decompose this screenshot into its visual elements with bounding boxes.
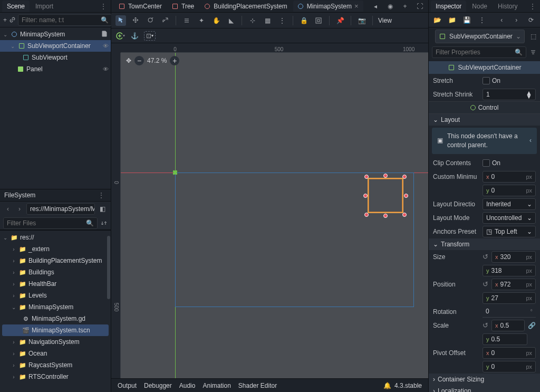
- resize-handle[interactable]: [404, 194, 408, 198]
- zoom-out-icon[interactable]: −: [134, 56, 144, 65]
- list-select-icon[interactable]: [181, 15, 192, 26]
- resize-handle[interactable]: [402, 213, 407, 217]
- anchor-icon[interactable]: ⚓: [129, 31, 140, 41]
- visibility-icon[interactable]: 👁: [103, 66, 109, 72]
- resize-handle[interactable]: [402, 175, 407, 179]
- number-input[interactable]: °: [483, 306, 536, 318]
- fs-row[interactable]: ›📁Buildings: [0, 266, 111, 278]
- number-input-y[interactable]: ypx: [483, 185, 536, 196]
- fs-row[interactable]: ⚙MinimapSystem.gd: [0, 313, 111, 324]
- section-container-sizing[interactable]: ›Container Sizing: [429, 374, 540, 385]
- inspector-menu-icon[interactable]: ⋮: [527, 3, 538, 10]
- history-back-icon[interactable]: ‹: [497, 15, 506, 25]
- resize-handle[interactable]: [383, 214, 388, 218]
- view-menu[interactable]: View: [378, 17, 392, 24]
- selected-node-rect[interactable]: [368, 178, 403, 213]
- fs-path-input[interactable]: res://MinimapSystem/Mini: [26, 203, 95, 215]
- spinner-icon[interactable]: ▲▼: [526, 91, 532, 98]
- extra-options-icon[interactable]: ⋮: [477, 15, 487, 25]
- dropdown[interactable]: ◳Top Left⌄: [483, 226, 536, 237]
- select-tool-icon[interactable]: [115, 15, 126, 26]
- section-localization[interactable]: ›Localization: [429, 385, 540, 392]
- number-input-x[interactable]: xpx: [483, 347, 536, 359]
- add-node-canvas-icon[interactable]: ▾: [115, 31, 125, 41]
- checkbox[interactable]: [483, 159, 490, 167]
- dropdown[interactable]: Uncontrolled⌄: [483, 212, 536, 224]
- expand-icon[interactable]: ⌄: [9, 43, 16, 49]
- fs-filter[interactable]: 🔍: [3, 217, 98, 229]
- expand-icon[interactable]: ⌄: [2, 32, 8, 37]
- group-icon[interactable]: [313, 15, 324, 26]
- fs-menu-icon[interactable]: ⋮: [96, 192, 107, 199]
- tab-scene[interactable]: Scene: [2, 1, 30, 12]
- snap-options-icon[interactable]: ⋮: [277, 15, 287, 26]
- fs-split-icon[interactable]: ◧: [97, 204, 108, 214]
- tab-import[interactable]: Import: [31, 1, 58, 12]
- bottom-tab[interactable]: Audio: [179, 382, 196, 389]
- bottom-tab[interactable]: Shader Editor: [238, 382, 277, 389]
- number-input-y[interactable]: ypx: [483, 265, 536, 276]
- ruler-tool-icon[interactable]: ◣: [226, 15, 236, 26]
- tab-inspector[interactable]: Inspector: [431, 1, 466, 12]
- canvas[interactable]: 0 500 1000 0 500 ✥ − 47.2 % +: [111, 43, 428, 378]
- fs-filter-input[interactable]: [7, 219, 86, 227]
- number-input-y[interactable]: ypx: [483, 292, 536, 304]
- center-view-icon[interactable]: ✥: [126, 57, 131, 64]
- reset-icon[interactable]: ↺: [483, 280, 488, 288]
- scene-filter-input[interactable]: [22, 16, 101, 24]
- design-surface[interactable]: [121, 53, 428, 378]
- version-label[interactable]: 🔔4.3.stable: [383, 382, 422, 389]
- chevron-icon[interactable]: ‹: [529, 136, 532, 145]
- scene-root-row[interactable]: ⌄ MinimapSystem: [0, 28, 111, 40]
- scene-filter[interactable]: 🔍: [18, 14, 112, 26]
- resize-handle[interactable]: [364, 213, 369, 217]
- link-node-icon[interactable]: [9, 15, 16, 25]
- fs-row[interactable]: ›📁BuildingPlacementSystem: [0, 255, 111, 266]
- inspector-node-select[interactable]: SubViewportContainer ⌄: [435, 30, 525, 43]
- scene-tab[interactable]: Tree: [168, 1, 199, 12]
- resize-handle[interactable]: [364, 175, 369, 179]
- number-input-y[interactable]: ypx: [483, 361, 536, 372]
- bone-icon[interactable]: 📌: [335, 15, 345, 26]
- expand-icon[interactable]: ⛶: [414, 1, 425, 12]
- fs-row[interactable]: ›📁HealthBar: [0, 278, 111, 290]
- fs-row[interactable]: 🎬MinimapSystem.tscn: [2, 324, 109, 336]
- container-sizing-icon[interactable]: ⊡▾: [144, 31, 156, 41]
- zoom-in-icon[interactable]: +: [170, 56, 179, 65]
- rotate-tool-icon[interactable]: [145, 15, 156, 26]
- resize-handle[interactable]: [383, 174, 388, 178]
- scene-node-row[interactable]: SubViewport: [0, 52, 111, 63]
- scale-tool-icon[interactable]: [160, 15, 170, 26]
- visibility-icon[interactable]: 👁: [103, 43, 109, 49]
- nav-fwd-icon[interactable]: ›: [15, 205, 24, 213]
- section-layout[interactable]: ⌄Layout: [429, 114, 540, 126]
- dropdown[interactable]: Inherited⌄: [483, 198, 536, 210]
- number-input-x[interactable]: xpx: [491, 251, 536, 263]
- save-resource-icon[interactable]: 💾: [462, 15, 472, 25]
- snap-toggle-icon[interactable]: ⊹: [247, 15, 258, 26]
- scene-tab[interactable]: TownCenter: [114, 1, 167, 12]
- fs-row[interactable]: ⌄📁res://: [0, 232, 111, 243]
- reset-icon[interactable]: ↺: [483, 253, 488, 261]
- refresh-icon[interactable]: ⟳: [526, 15, 536, 25]
- fs-row[interactable]: ›📁Levels: [0, 290, 111, 301]
- override-camera-icon[interactable]: 📷: [356, 15, 367, 26]
- section-transform[interactable]: ⌄Transform: [429, 238, 540, 250]
- checkbox[interactable]: [483, 77, 490, 84]
- number-input-x[interactable]: xpx: [491, 279, 536, 290]
- grid-snap-icon[interactable]: ▦: [262, 15, 273, 26]
- scrollbar[interactable]: [107, 231, 110, 392]
- class-header[interactable]: SubViewportContainer: [429, 61, 540, 74]
- distraction-free-icon[interactable]: ◉: [385, 1, 396, 12]
- scene-tab[interactable]: MinimapSystem×: [293, 1, 363, 12]
- prev-scene-icon[interactable]: ◂: [370, 1, 381, 12]
- link-icon[interactable]: 🔗: [528, 322, 536, 329]
- bottom-tab[interactable]: Debugger: [144, 382, 172, 389]
- filter-options-icon[interactable]: [529, 47, 537, 58]
- docs-icon[interactable]: ⬚: [530, 31, 537, 42]
- script-indicator-icon[interactable]: [101, 31, 109, 38]
- fs-row[interactable]: ⌄📁MinimapSystem: [0, 301, 111, 313]
- add-node-icon[interactable]: +: [3, 15, 7, 25]
- tab-node[interactable]: Node: [467, 1, 492, 12]
- fs-row[interactable]: ›📁RaycastSystem: [0, 359, 111, 371]
